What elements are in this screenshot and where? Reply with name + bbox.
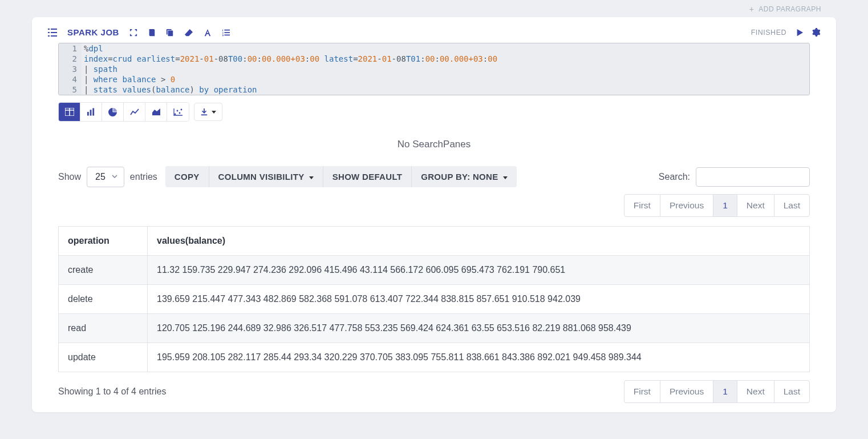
cell-values: 139.659 215.447 477.343 482.869 582.368 … xyxy=(148,285,810,314)
page-previous[interactable]: Previous xyxy=(660,194,713,217)
col-values-balance[interactable]: values(balance) xyxy=(148,227,810,256)
page-number[interactable]: 1 xyxy=(713,194,737,217)
svg-rect-12 xyxy=(92,108,94,115)
line-number: 2 xyxy=(59,54,82,64)
table-row: create 11.32 159.735 229.947 274.236 292… xyxy=(59,256,810,285)
table-action-buttons: COPY COLUMN VISIBILITY SHOW DEFAULT GROU… xyxy=(165,166,517,187)
table-controls-row: Show 25 entries COPY COLUMN VISIBILITY S… xyxy=(58,166,810,187)
copy-button[interactable]: COPY xyxy=(165,166,209,187)
code-line: %dpl xyxy=(82,43,809,54)
page-first[interactable]: First xyxy=(624,194,660,217)
svg-rect-5 xyxy=(51,35,57,37)
code-line: | spath xyxy=(82,64,809,74)
visualization-toolbar xyxy=(58,102,810,122)
paragraph-title: SPARK JOB xyxy=(67,27,119,37)
page-previous[interactable]: Previous xyxy=(660,380,713,403)
results-table: operation values(balance) create 11.32 1… xyxy=(58,226,810,372)
copy-icon[interactable] xyxy=(166,29,174,37)
table-row: read 120.705 125.196 244.689 32.986 326.… xyxy=(59,314,810,343)
numbered-list-icon[interactable] xyxy=(222,29,230,37)
svg-rect-2 xyxy=(48,32,50,33)
searchpanes-empty: No SearchPanes xyxy=(48,127,820,166)
cell-values: 11.32 159.735 229.947 274.236 292.096 41… xyxy=(148,256,810,285)
table-row: delete 139.659 215.447 477.343 482.869 5… xyxy=(59,285,810,314)
search-input[interactable] xyxy=(696,167,810,187)
chevron-down-icon xyxy=(503,176,508,179)
cell-values: 195.959 208.105 282.117 285.44 293.34 32… xyxy=(148,343,810,372)
area-chart-icon[interactable] xyxy=(145,103,167,121)
plus-icon: + xyxy=(749,5,755,14)
svg-rect-10 xyxy=(87,112,89,116)
code-line: | where balance > 0 xyxy=(82,74,809,84)
jobs-icon[interactable] xyxy=(48,28,57,37)
download-button[interactable] xyxy=(194,103,222,121)
svg-rect-0 xyxy=(48,29,50,30)
cell-operation: create xyxy=(59,256,148,285)
cell-values: 120.705 125.196 244.689 32.986 326.517 4… xyxy=(148,314,810,343)
book-icon[interactable] xyxy=(148,29,156,37)
pagination-bottom: First Previous 1 Next Last xyxy=(624,380,810,403)
page-last[interactable]: Last xyxy=(774,194,810,217)
search-label: Search: xyxy=(659,172,690,182)
col-operation[interactable]: operation xyxy=(59,227,148,256)
font-icon[interactable] xyxy=(204,29,212,37)
paragraph-header: SPARK JOB xyxy=(48,24,820,43)
settings-icon[interactable] xyxy=(812,28,820,37)
page-first[interactable]: First xyxy=(624,380,660,403)
svg-rect-11 xyxy=(90,110,92,115)
run-icon[interactable] xyxy=(796,29,804,37)
code-line: index=crud earliest=2021-01-08T00:00:00.… xyxy=(82,54,809,64)
code-editor[interactable]: 1 %dpl 2 index=crud earliest=2021-01-08T… xyxy=(58,43,810,95)
line-number: 5 xyxy=(59,84,82,95)
pie-chart-icon[interactable] xyxy=(102,103,124,121)
svg-rect-1 xyxy=(51,29,57,30)
chevron-down-icon xyxy=(309,176,314,179)
cell-operation: delete xyxy=(59,285,148,314)
page-size-value: 25 xyxy=(95,172,106,182)
collapse-icon[interactable] xyxy=(129,29,137,37)
add-paragraph-label: ADD PARAGRAPH xyxy=(759,5,821,13)
svg-point-14 xyxy=(177,110,179,112)
chevron-down-icon xyxy=(111,172,118,182)
column-visibility-button[interactable]: COLUMN VISIBILITY xyxy=(209,166,323,187)
show-label: Show xyxy=(58,172,81,182)
svg-rect-4 xyxy=(48,35,50,37)
run-status: FINISHED xyxy=(751,29,786,37)
download-icon xyxy=(200,108,208,116)
table-row: update 195.959 208.105 282.117 285.44 29… xyxy=(59,343,810,372)
page-next[interactable]: Next xyxy=(737,194,774,217)
page-next[interactable]: Next xyxy=(737,380,774,403)
line-number: 1 xyxy=(59,43,82,54)
page-size-select[interactable]: 25 xyxy=(87,167,124,187)
svg-point-15 xyxy=(179,112,181,114)
svg-rect-6 xyxy=(168,30,173,36)
chevron-down-icon xyxy=(212,111,216,114)
line-chart-icon[interactable] xyxy=(124,103,145,121)
scatter-chart-icon[interactable] xyxy=(167,103,189,121)
bar-chart-icon[interactable] xyxy=(80,103,102,121)
svg-point-13 xyxy=(175,114,176,115)
page-number[interactable]: 1 xyxy=(713,380,737,403)
svg-rect-3 xyxy=(51,32,57,33)
add-paragraph-button[interactable]: + ADD PARAGRAPH xyxy=(0,0,868,17)
eraser-icon[interactable] xyxy=(184,29,193,37)
paragraph-card: SPARK JOB xyxy=(32,17,836,412)
page-last[interactable]: Last xyxy=(774,380,810,403)
code-line: | stats values(balance) by operation xyxy=(82,84,809,95)
cell-operation: read xyxy=(59,314,148,343)
pagination-top: First Previous 1 Next Last xyxy=(624,194,810,217)
group-by-button[interactable]: GROUP BY: NONE xyxy=(411,166,517,187)
cell-operation: update xyxy=(59,343,148,372)
entries-label: entries xyxy=(130,172,157,182)
show-default-button[interactable]: SHOW DEFAULT xyxy=(323,166,411,187)
line-number: 4 xyxy=(59,74,82,84)
table-view-icon[interactable] xyxy=(59,103,80,121)
table-info: Showing 1 to 4 of 4 entries xyxy=(58,386,166,397)
table-header-row: operation values(balance) xyxy=(59,227,810,256)
svg-point-16 xyxy=(181,109,182,111)
line-number: 3 xyxy=(59,64,82,74)
